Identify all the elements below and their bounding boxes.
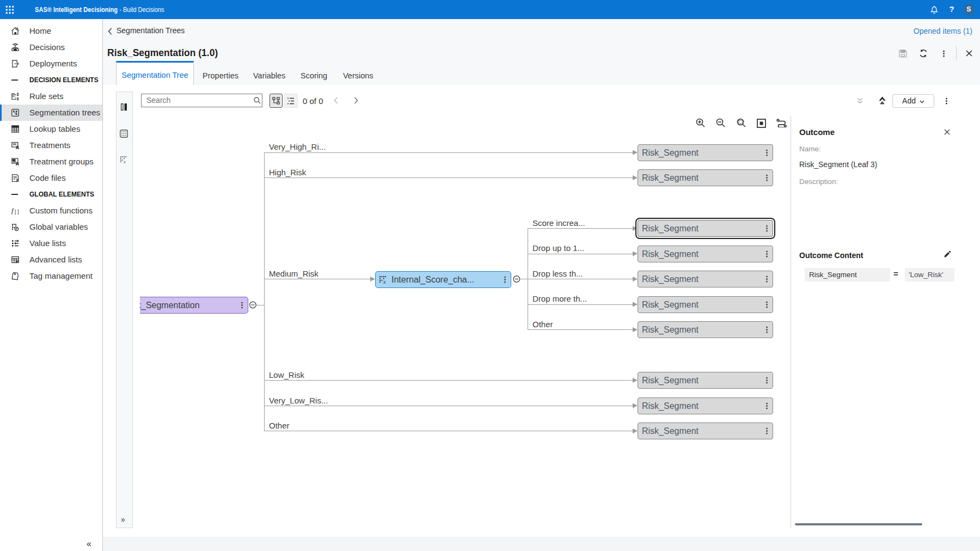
svg-text:x: x	[383, 279, 386, 285]
svg-text:x: x	[123, 159, 126, 164]
